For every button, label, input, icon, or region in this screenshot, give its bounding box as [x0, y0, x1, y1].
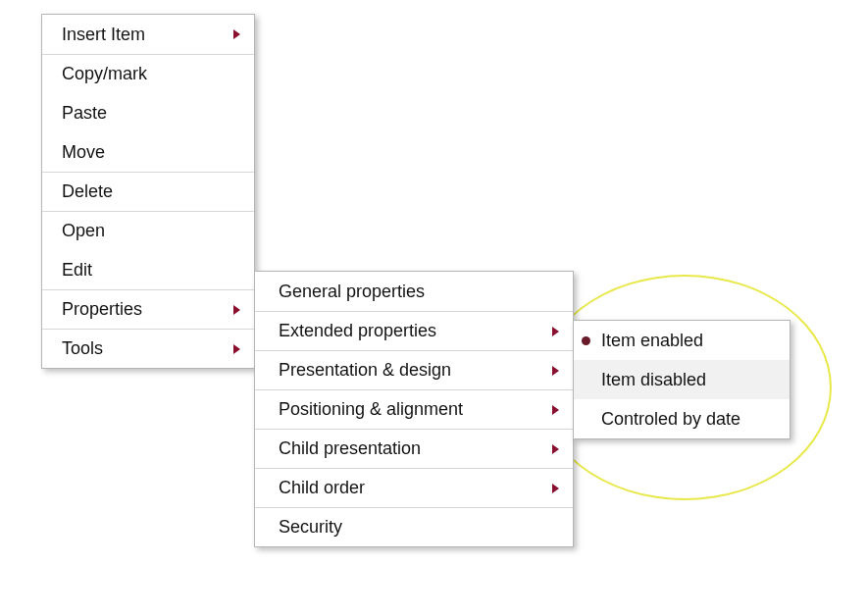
submenu-extended-properties: Item enabled Item disabled Controled by …: [573, 320, 790, 439]
submenu-arrow-icon: [233, 29, 240, 39]
menu-item-label: Delete: [62, 181, 240, 202]
menu-item-label: Child order: [279, 478, 536, 498]
menu-item-label: Item enabled: [601, 331, 770, 351]
menu-item-item-disabled[interactable]: Item disabled: [574, 360, 790, 399]
menu-item-tools[interactable]: Tools: [42, 329, 254, 368]
menu-item-general-properties[interactable]: General properties: [255, 272, 573, 311]
submenu-arrow-icon: [552, 484, 559, 493]
submenu-arrow-icon: [233, 305, 240, 315]
menu-item-label: Properties: [62, 299, 218, 320]
submenu-arrow-icon: [552, 366, 559, 376]
menu-item-item-enabled[interactable]: Item enabled: [574, 321, 790, 360]
menu-item-label: Positioning & alignment: [279, 399, 536, 420]
menu-item-presentation-design[interactable]: Presentation & design: [255, 350, 573, 389]
menu-item-insert-item[interactable]: Insert Item: [42, 15, 254, 54]
menu-item-label: Copy/mark: [62, 64, 240, 84]
menu-item-controlled-by-date[interactable]: Controled by date: [574, 399, 790, 438]
submenu-arrow-icon: [552, 444, 559, 454]
menu-item-positioning-alignment[interactable]: Positioning & alignment: [255, 389, 573, 429]
submenu-arrow-icon: [552, 327, 559, 336]
submenu-arrow-icon: [552, 405, 559, 415]
menu-item-child-order[interactable]: Child order: [255, 468, 573, 507]
menu-item-child-presentation[interactable]: Child presentation: [255, 429, 573, 468]
submenu-arrow-icon: [233, 344, 240, 354]
menu-item-label: Paste: [62, 103, 240, 124]
menu-item-label: General properties: [279, 282, 559, 302]
menu-item-security[interactable]: Security: [255, 507, 573, 546]
menu-item-label: Child presentation: [279, 438, 536, 459]
menu-item-label: Edit: [62, 260, 240, 281]
menu-item-label: Insert Item: [62, 25, 218, 45]
menu-item-delete[interactable]: Delete: [42, 172, 254, 211]
menu-item-label: Move: [62, 142, 240, 163]
submenu-properties: General properties Extended properties P…: [254, 271, 574, 547]
menu-item-properties[interactable]: Properties: [42, 289, 254, 329]
menu-item-move[interactable]: Move: [42, 132, 254, 172]
menu-item-label: Tools: [62, 338, 218, 359]
selected-bullet-icon: [582, 336, 590, 345]
menu-item-label: Presentation & design: [279, 360, 536, 381]
context-menu-main: Insert Item Copy/mark Paste Move Delete …: [41, 14, 255, 369]
menu-item-edit[interactable]: Edit: [42, 250, 254, 289]
menu-item-label: Item disabled: [601, 370, 770, 390]
menu-item-paste[interactable]: Paste: [42, 93, 254, 132]
menu-item-label: Extended properties: [279, 321, 536, 341]
menu-item-extended-properties[interactable]: Extended properties: [255, 311, 573, 350]
menu-item-label: Security: [279, 517, 559, 538]
menu-item-open[interactable]: Open: [42, 211, 254, 250]
menu-item-label: Open: [62, 221, 240, 241]
menu-item-label: Controled by date: [601, 409, 770, 430]
menu-item-copy-mark[interactable]: Copy/mark: [42, 54, 254, 93]
